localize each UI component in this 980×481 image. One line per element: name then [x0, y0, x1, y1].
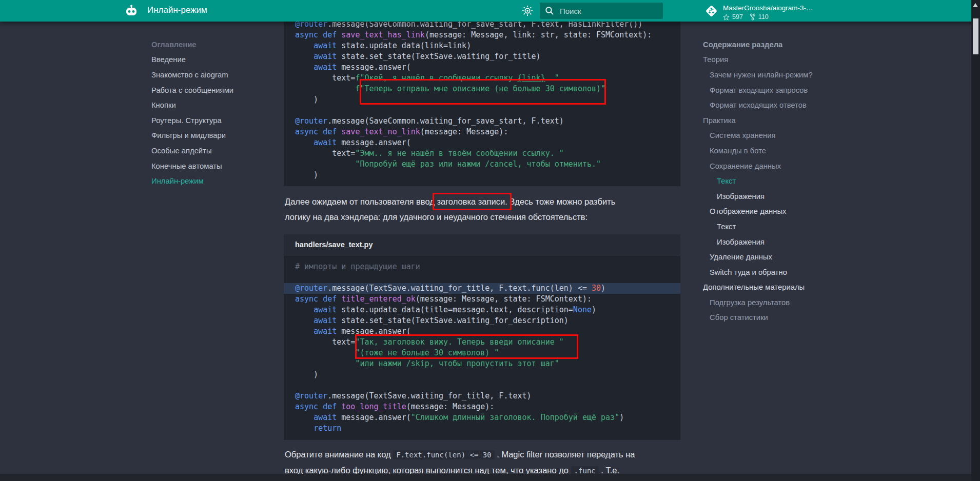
code-line: await message.answer("Слишком длинный за… — [284, 412, 680, 423]
horizontal-scrollbar[interactable] — [0, 474, 971, 481]
scrollbar-thumb[interactable] — [973, 18, 978, 54]
toc-item[interactable]: Дополнительные материалы — [703, 280, 826, 295]
paragraph-2-text: вход какую-либо функцию, которая выполни… — [285, 466, 571, 475]
toc-item[interactable]: Отображение данных — [703, 204, 826, 219]
vertical-scrollbar[interactable] — [971, 0, 980, 481]
toc-item[interactable]: Сбор статистики — [703, 310, 826, 326]
toc-item[interactable]: Команды в боте — [703, 143, 826, 158]
toc-item[interactable]: Текст — [703, 219, 826, 234]
scrollbar-up-arrow[interactable] — [973, 3, 978, 7]
page-title[interactable]: Инлайн-режим — [147, 5, 207, 15]
toc-item[interactable]: Практика — [703, 113, 826, 128]
header-bar: Инлайн-режим — [0, 0, 980, 22]
paragraph-2-text: . Magic filter позволяет передать на — [495, 450, 635, 459]
search-icon — [545, 6, 554, 15]
sidebar-item[interactable]: Роутеры. Структура — [151, 113, 269, 128]
toc-item[interactable]: Подгрузка результатов — [703, 295, 826, 310]
repo-stars-count: 597 — [732, 13, 743, 21]
repo-stats: 597 110 — [723, 13, 813, 21]
code-line: text="Эмм.. я не нашёл в твоём сообщении… — [284, 148, 680, 159]
paragraph-1-text: Здесь тоже можно разбить — [507, 197, 616, 206]
toc-nav: Содержание раздела ТеорияЗачем нужен инл… — [703, 37, 826, 325]
sidebar-nav: Оглавление ВведениеЗнакомство с aiogramР… — [151, 37, 269, 189]
code-line: await state.set_state(TextSave.waiting_f… — [284, 51, 680, 62]
code-line: return — [284, 423, 680, 434]
toc-item[interactable]: Изображения — [703, 189, 826, 204]
robot-logo-icon[interactable] — [125, 5, 138, 17]
code-line: await message.answer( — [284, 62, 680, 73]
paragraph-2-text: Обратите внимание на код — [285, 450, 393, 459]
star-icon — [723, 14, 730, 21]
code-line: "Попробуй ещё раз или нажми /cancel, что… — [284, 159, 680, 170]
code-line: async def title_entered_ok(message: Mess… — [284, 294, 680, 305]
code-line — [284, 380, 680, 391]
sidebar-item[interactable]: Кнопки — [151, 97, 269, 113]
code-line — [284, 272, 680, 283]
repo-info: MasterGroosha/aiogram-3-… 597 110 — [723, 4, 813, 21]
fork-icon — [750, 13, 756, 21]
sidebar-item[interactable]: Работа с сообщениями — [151, 83, 269, 98]
code-block-2: handlers/save_text.py # импорты и предыд… — [284, 234, 680, 440]
code-line: @router.message(TextSave.waiting_for_tit… — [284, 283, 680, 294]
toc-item[interactable]: Формат исходящих ответов — [703, 97, 826, 113]
toc-item[interactable]: Теория — [703, 52, 826, 68]
git-diamond-icon — [704, 4, 718, 18]
toc-item[interactable]: Удаление данных — [703, 249, 826, 265]
code-line: await state.update_data(title=message.te… — [284, 305, 680, 315]
sidebar-item[interactable]: Введение — [151, 52, 269, 68]
code-line: ) — [284, 170, 680, 181]
sidebar-section-label: Оглавление — [151, 37, 269, 52]
code-line: await state.update_data(link=link) — [284, 41, 680, 51]
code-line: async def save_text_has_link(message: Me… — [284, 30, 680, 41]
toc-item[interactable]: Switch туда и обратно — [703, 265, 826, 280]
sidebar-nav-items: ВведениеЗнакомство с aiogramРабота с соо… — [151, 52, 269, 189]
sidebar-item[interactable]: Знакомство с aiogram — [151, 67, 269, 83]
repo-link[interactable]: MasterGroosha/aiogram-3-… 597 110 — [704, 4, 813, 21]
repo-forks-count: 110 — [758, 13, 769, 21]
code-line: @router.message(TextSave.waiting_for_tit… — [284, 391, 680, 402]
code-block-1: @router.message(SaveCommon.waiting_for_s… — [284, 13, 680, 186]
code-line — [284, 105, 680, 116]
paragraph-1: Далее ожидаем от пользователя ввод загол… — [285, 194, 675, 225]
sidebar-item[interactable]: Инлайн-режим — [151, 173, 269, 189]
repo-name: MasterGroosha/aiogram-3-… — [723, 4, 813, 12]
paragraph-1-text: логику на два хэндлера: для удачного и н… — [285, 212, 587, 222]
toc-item[interactable]: Система хранения — [703, 128, 826, 144]
docs-page: @router.message(SaveCommon.waiting_for_s… — [0, 0, 980, 481]
toc-item[interactable]: Зачем нужен инлайн-режим? — [703, 67, 826, 83]
annotation-red-box-1 — [360, 79, 606, 105]
toc-item[interactable]: Текст — [703, 173, 826, 189]
code-line: async def save_text_no_link(message: Mes… — [284, 127, 680, 137]
code-line: "или нажми /skip, чтобы пропустить этот … — [284, 358, 680, 369]
search-box — [540, 3, 663, 19]
code-line: ) — [284, 369, 680, 380]
theme-toggle-sun-icon[interactable] — [522, 5, 533, 16]
sidebar-item[interactable]: Фильтры и мидлвари — [151, 128, 269, 144]
toc-title: Содержание раздела — [703, 37, 826, 52]
code-line: # импорты и предыдущие шаги — [284, 262, 680, 272]
paragraph-1-text: Далее ожидаем от пользователя ввод — [285, 197, 437, 206]
toc-items: ТеорияЗачем нужен инлайн-режим?Формат вх… — [703, 52, 826, 326]
inline-code-chip: F.text.func(len) <= 30 — [393, 450, 494, 459]
toc-item[interactable]: Сохранение данных — [703, 158, 826, 174]
annotation-red-box-3 — [355, 334, 578, 359]
code-line: @router.message(SaveCommon.waiting_for_s… — [284, 116, 680, 127]
sidebar-item[interactable]: Конечные автоматы — [151, 158, 269, 174]
code-line: await state.set_state(TextSave.waiting_f… — [284, 315, 680, 326]
paragraph-2-text: . Т.е. — [599, 466, 619, 475]
code-filename: handlers/save_text.py — [284, 234, 680, 255]
code-line: async def too_long_title(message: Messag… — [284, 402, 680, 412]
annotation-red-box-2: заголовка записи. — [437, 197, 507, 206]
toc-item[interactable]: Изображения — [703, 234, 826, 250]
toc-item[interactable]: Формат входящих запросов — [703, 83, 826, 98]
code-line: await message.answer( — [284, 137, 680, 148]
search-input[interactable] — [559, 6, 656, 16]
sidebar-item[interactable]: Особые апдейты — [151, 143, 269, 158]
